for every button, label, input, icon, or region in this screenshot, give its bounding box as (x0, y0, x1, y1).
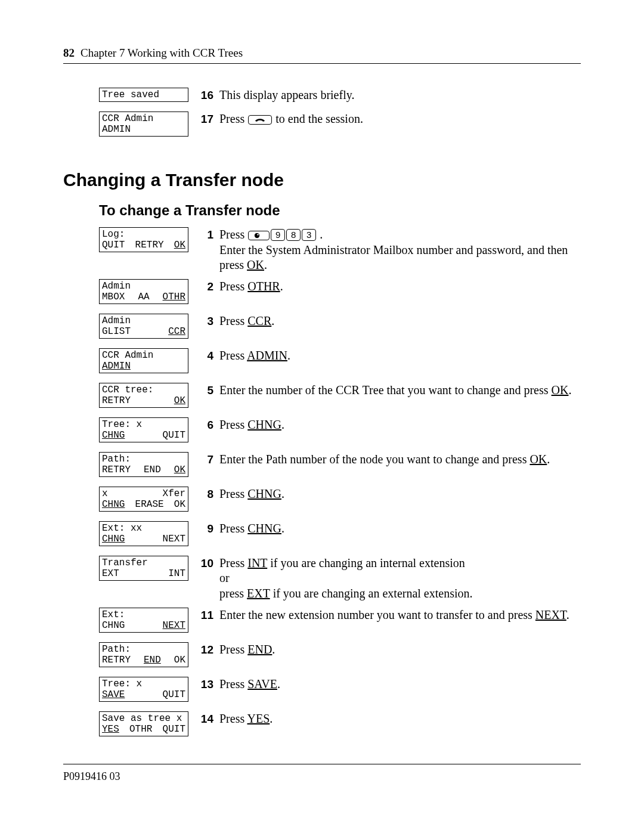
step-description: Press ADMIN. (213, 348, 581, 377)
step-description: Press SAVE. (213, 677, 581, 705)
step-text: . (264, 258, 267, 271)
lcd-line: ADMIN (102, 361, 185, 371)
lcd-column: Path:RETRYENDOK (99, 642, 194, 671)
lcd-text: QUIT (163, 430, 185, 441)
step-description: Press CCR. (213, 314, 581, 342)
lcd-line: QUITRETRYOK (102, 240, 185, 250)
lcd-softkey: CHNG (102, 534, 125, 544)
step-number: 12 (194, 642, 213, 671)
lcd-display: Tree: xSAVEQUIT (99, 677, 188, 702)
lcd-text: EXT (102, 568, 119, 579)
lcd-display: Log:QUITRETRYOK (99, 227, 188, 252)
step-text: This display appears briefly. (219, 88, 354, 101)
lcd-text: x (102, 488, 108, 499)
lcd-softkey: OK (174, 465, 185, 475)
rule-bottom (63, 764, 581, 764)
step-text: . (281, 522, 284, 535)
lcd-text: OK (174, 655, 185, 665)
lcd-text: CCR Admin (102, 350, 153, 361)
lcd-line: CHNGQUIT (102, 430, 185, 441)
lcd-display: AdminMBOXAAOTHR (99, 279, 188, 304)
step-text: . (281, 418, 284, 431)
step-text: Press (219, 712, 247, 725)
step-number: 6 (194, 417, 213, 446)
step-text: if you are changing an external extensio… (270, 587, 473, 600)
step-row: AdminGLISTCCR3Press CCR. (99, 314, 581, 342)
step-text: . (270, 712, 273, 725)
lcd-line: CHNGERASEOK (102, 499, 185, 510)
lcd-display: TransferEXTINT (99, 556, 188, 581)
lcd-display: Path:RETRYENDOK (99, 452, 188, 477)
step-text: if you are changing an internal extensio… (267, 556, 465, 569)
step-number: 17 (194, 112, 213, 140)
keycap-digit: 8 (286, 229, 301, 241)
step-text: Press (219, 487, 247, 500)
lcd-column: Ext:CHNGNEXT (99, 608, 194, 636)
lcd-column: CCR AdminADMIN (99, 348, 194, 377)
step-text: . (547, 453, 550, 466)
lcd-line: Transfer (102, 558, 185, 568)
step-text: Press (219, 228, 247, 241)
step-text: Press (219, 643, 247, 656)
lcd-text: NEXT (163, 534, 185, 544)
step-text: . (317, 228, 323, 241)
step-description: This display appears briefly. (213, 88, 581, 106)
step-description: Press 983 .Enter the System Administrato… (213, 227, 581, 273)
lcd-text: Tree: x (102, 679, 142, 689)
lcd-column: Tree: xCHNGQUIT (99, 417, 194, 446)
lcd-text: RETRY (135, 240, 164, 250)
lcd-text: CHNG (102, 620, 125, 631)
step-text: . (281, 487, 284, 500)
lcd-line: ADMIN (102, 124, 185, 135)
step-text: Press (219, 280, 247, 293)
lcd-line: Path: (102, 644, 185, 655)
lcd-column: Log:QUITRETRYOK (99, 227, 194, 273)
step-text: . (566, 608, 569, 621)
softkey-ref: SAVE (247, 677, 277, 690)
lcd-line: Save as tree x (102, 713, 185, 724)
lcd-line: CHNGNEXT (102, 620, 185, 631)
subsection-title: To change a Transfer node (99, 202, 581, 219)
lcd-display: Ext: xxCHNGNEXT (99, 521, 188, 546)
step-text: Press (219, 556, 247, 569)
step-number: 1 (194, 227, 213, 273)
step-description: Enter the number of the CCR Tree that yo… (213, 383, 581, 411)
lcd-text: Ext: (102, 609, 125, 620)
svg-point-1 (258, 234, 259, 235)
step-description: Enter the Path number of the node you wa… (213, 452, 581, 481)
step-text: press (219, 587, 247, 600)
lcd-softkey: CHNG (102, 499, 125, 510)
page-number: 82 (63, 47, 75, 60)
lcd-text: INT (168, 568, 185, 579)
step-text: Press (219, 418, 247, 431)
step-text: . (277, 677, 280, 690)
step-text: Enter the System Administrator Mailbox n… (219, 243, 568, 272)
step-row: CCR AdminADMIN4Press ADMIN. (99, 348, 581, 377)
step-description: Press CHNG. (213, 487, 581, 515)
lcd-text: Log: (102, 229, 125, 240)
lcd-text: Transfer (102, 558, 148, 568)
lcd-display: CCR AdminADMIN (99, 348, 188, 373)
lcd-line: YESOTHRQUIT (102, 724, 185, 735)
lcd-softkey: SAVE (102, 689, 125, 700)
softkey-ref: OK (530, 453, 547, 466)
step-row: xXferCHNGERASEOK8Press CHNG. (99, 487, 581, 515)
section-title: Changing a Transfer node (63, 170, 581, 190)
step-text: Enter the Path number of the node you wa… (219, 453, 530, 466)
lcd-text: Save as tree x (102, 713, 182, 724)
lcd-text: GLIST (102, 326, 131, 337)
lcd-line: EXTINT (102, 568, 185, 579)
lcd-line: Ext: xx (102, 523, 185, 534)
step-description: Press INT if you are changing an interna… (213, 556, 581, 602)
lcd-line: RETRYENDOK (102, 655, 185, 665)
lcd-text: Path: (102, 454, 131, 465)
lcd-text: Xfer (163, 488, 185, 499)
step-text: Press (219, 349, 247, 362)
lcd-text: Ext: xx (102, 523, 142, 534)
lcd-text: QUIT (163, 724, 185, 735)
step-description: Press CHNG. (213, 521, 581, 550)
lcd-display: AdminGLISTCCR (99, 314, 188, 339)
step-description: Press YES. (213, 711, 581, 740)
step-description: Press to end the session. (213, 112, 581, 140)
lcd-line: RETRYENDOK (102, 465, 185, 475)
